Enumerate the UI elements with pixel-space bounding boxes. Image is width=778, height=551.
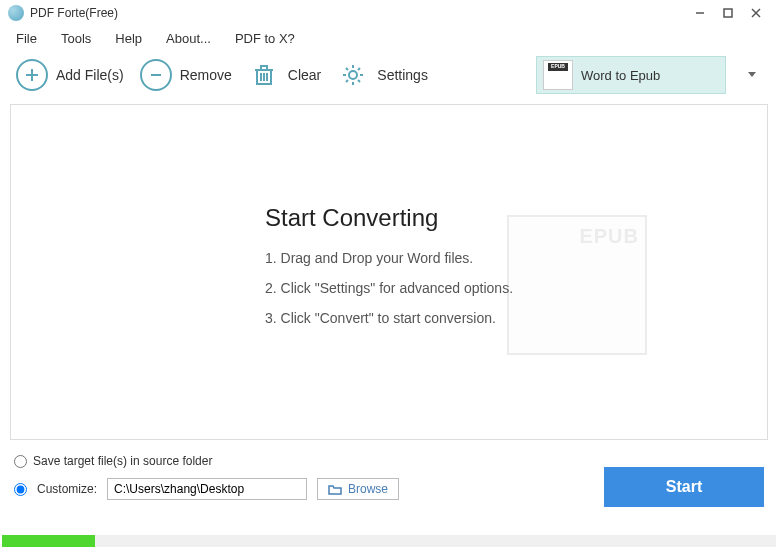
- format-selector[interactable]: Word to Epub: [536, 56, 726, 94]
- maximize-button[interactable]: [714, 3, 742, 23]
- epub-watermark: EPUB: [507, 215, 647, 355]
- svg-rect-12: [261, 66, 267, 70]
- browse-button[interactable]: Browse: [317, 478, 399, 500]
- customize-label[interactable]: Customize:: [37, 482, 97, 496]
- remove-label: Remove: [180, 67, 232, 83]
- clear-label: Clear: [288, 67, 321, 83]
- instructions-heading: Start Converting: [265, 204, 513, 232]
- menu-about[interactable]: About...: [166, 31, 211, 46]
- minus-icon: [140, 59, 172, 91]
- menu-tools[interactable]: Tools: [61, 31, 91, 46]
- instruction-step-3: 3. Click "Convert" to start conversion.: [265, 310, 513, 326]
- epub-icon: [543, 60, 573, 90]
- settings-button[interactable]: Settings: [333, 55, 432, 95]
- menu-bar: File Tools Help About... PDF to X?: [0, 26, 778, 50]
- add-files-label: Add File(s): [56, 67, 124, 83]
- menu-help[interactable]: Help: [115, 31, 142, 46]
- browse-label: Browse: [348, 482, 388, 496]
- remove-button[interactable]: Remove: [136, 55, 236, 95]
- toolbar: Add File(s) Remove Clear Settings Word t…: [0, 50, 778, 100]
- plus-icon: [16, 59, 48, 91]
- close-button[interactable]: [742, 3, 770, 23]
- window-title: PDF Forte(Free): [30, 6, 118, 20]
- customize-radio[interactable]: [14, 483, 27, 496]
- settings-label: Settings: [377, 67, 428, 83]
- instruction-step-2: 2. Click "Settings" for advanced options…: [265, 280, 513, 296]
- svg-point-13: [349, 71, 357, 79]
- output-path-input[interactable]: [107, 478, 307, 500]
- svg-marker-14: [748, 72, 756, 77]
- svg-rect-1: [724, 9, 732, 17]
- title-bar: PDF Forte(Free): [0, 0, 778, 26]
- app-icon: [8, 5, 24, 21]
- progress-fill: [2, 535, 95, 547]
- minimize-button[interactable]: [686, 3, 714, 23]
- instructions: Start Converting 1. Drag and Drop your W…: [265, 204, 513, 340]
- main-panel[interactable]: EPUB Start Converting 1. Drag and Drop y…: [10, 104, 768, 440]
- gear-icon: [337, 59, 369, 91]
- format-label: Word to Epub: [581, 68, 660, 83]
- instruction-step-1: 1. Drag and Drop your Word files.: [265, 250, 513, 266]
- source-folder-radio[interactable]: [14, 455, 27, 468]
- add-files-button[interactable]: Add File(s): [12, 55, 128, 95]
- menu-pdf-to-x[interactable]: PDF to X?: [235, 31, 295, 46]
- progress-bar: [2, 535, 776, 547]
- trash-icon: [248, 59, 280, 91]
- menu-file[interactable]: File: [16, 31, 37, 46]
- source-folder-label[interactable]: Save target file(s) in source folder: [33, 454, 212, 468]
- clear-button[interactable]: Clear: [244, 55, 325, 95]
- start-button[interactable]: Start: [604, 467, 764, 507]
- folder-icon: [328, 484, 342, 495]
- format-dropdown-arrow[interactable]: [738, 56, 766, 94]
